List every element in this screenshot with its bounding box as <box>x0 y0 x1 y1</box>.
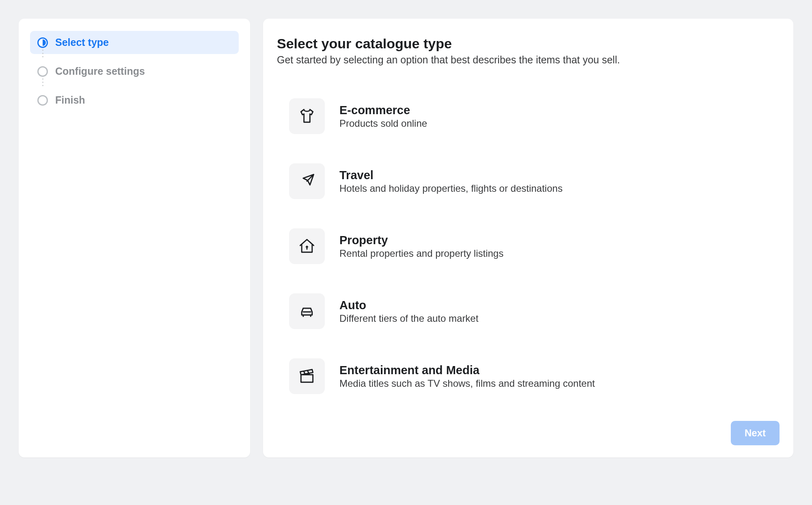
option-entertainment[interactable]: Entertainment and Media Media titles suc… <box>289 358 780 394</box>
option-ecommerce[interactable]: E-commerce Products sold online <box>289 98 780 134</box>
option-desc: Hotels and holiday properties, flights o… <box>339 183 563 194</box>
option-desc: Products sold online <box>339 118 427 129</box>
step-indicator-icon <box>37 37 48 48</box>
option-desc: Different tiers of the auto market <box>339 313 478 324</box>
tshirt-icon <box>289 98 325 134</box>
step-indicator-icon <box>37 66 48 77</box>
car-icon <box>289 293 325 329</box>
step-label: Configure settings <box>55 65 145 77</box>
house-icon <box>289 228 325 264</box>
next-button[interactable]: Next <box>731 421 780 445</box>
option-property[interactable]: Property Rental properties and property … <box>289 228 780 264</box>
catalogue-options: E-commerce Products sold online Travel H… <box>277 98 780 394</box>
main-panel: Select your catalogue type Get started b… <box>263 19 793 457</box>
step-label: Finish <box>55 94 85 106</box>
wizard-sidebar: Select type Configure settings Finish <box>19 19 250 457</box>
wizard-step-select-type[interactable]: Select type <box>30 31 239 54</box>
footer-actions: Next <box>277 405 780 445</box>
option-travel[interactable]: Travel Hotels and holiday properties, fl… <box>289 163 780 199</box>
clapper-icon <box>289 358 325 394</box>
option-title: Entertainment and Media <box>339 364 595 377</box>
option-title: E-commerce <box>339 104 427 117</box>
wizard-step-configure[interactable]: Configure settings <box>30 60 239 83</box>
option-title: Property <box>339 234 503 247</box>
step-label: Select type <box>55 37 109 48</box>
option-auto[interactable]: Auto Different tiers of the auto market <box>289 293 780 329</box>
wizard-step-finish[interactable]: Finish <box>30 89 239 112</box>
page-title: Select your catalogue type <box>277 36 780 52</box>
plane-icon <box>289 163 325 199</box>
option-desc: Rental properties and property listings <box>339 248 503 259</box>
option-desc: Media titles such as TV shows, films and… <box>339 378 595 389</box>
step-indicator-icon <box>37 95 48 106</box>
option-title: Auto <box>339 299 478 312</box>
option-title: Travel <box>339 169 563 182</box>
page-subtitle: Get started by selecting an option that … <box>277 54 780 66</box>
